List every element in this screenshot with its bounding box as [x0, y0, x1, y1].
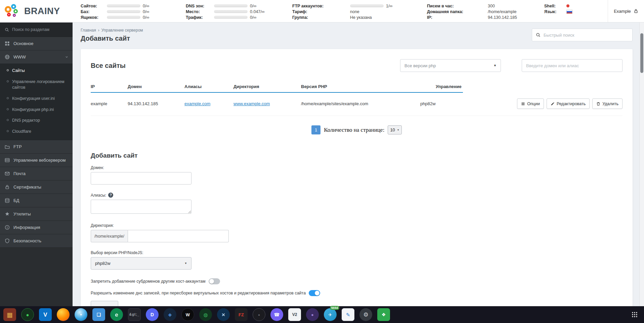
next-field-partial — [91, 301, 118, 306]
brainy-gears-icon — [5, 3, 21, 19]
sidebar-search[interactable] — [0, 23, 73, 37]
ring-app-glyph: ◦ — [258, 312, 260, 317]
subdomains-toggle-row: Запретить добавление субдоменов другим х… — [91, 278, 622, 284]
stats-account-group: Писем в час:300 Домашняя папка:/home/exa… — [427, 3, 517, 20]
col-ip: IP — [91, 84, 128, 89]
quick-search[interactable] — [532, 29, 633, 41]
info-icon — [5, 225, 10, 230]
taskbar-green-planet-app-icon[interactable]: ◍ — [199, 308, 212, 321]
russian-flag-icon[interactable] — [566, 10, 572, 14]
sidebar-search-input[interactable] — [12, 27, 68, 32]
sidebar-item-ftp[interactable]: FTP — [0, 140, 73, 154]
sidebar-item-utilities[interactable]: Утилиты — [0, 207, 73, 221]
brainy-logo[interactable]: BRAINY — [5, 3, 60, 19]
taskbar-green-orb-app-icon[interactable]: ● — [21, 308, 34, 321]
usage-bar — [214, 4, 248, 7]
main-content: Главная › Управление сервером Добавить с… — [73, 23, 639, 306]
alias-link[interactable]: example.com — [184, 101, 233, 106]
directory-link[interactable]: www.example.com — [233, 101, 301, 106]
col-aliases: Алиасы — [184, 84, 233, 89]
sidebar-item-sites[interactable]: Сайты — [0, 65, 73, 76]
taskbar-blue-globe-browser-icon[interactable]: ✦ — [75, 308, 87, 321]
bullet-icon — [7, 80, 9, 82]
add-site-title: Добавить сайт — [91, 152, 622, 159]
php-version-filter-select[interactable]: Все версии php — [400, 59, 501, 72]
star-icon — [5, 211, 10, 216]
stat-label: Ящиков: — [81, 15, 107, 20]
taskbar-purple-orb-app-icon[interactable]: ● — [306, 308, 319, 321]
taskbar-settings-gear-icon[interactable]: ⚙ — [359, 308, 372, 321]
domain-filter-input[interactable] — [522, 59, 622, 72]
edit-button[interactable]: Редактировать — [547, 98, 590, 109]
taskbar-text-editor-icon[interactable]: ✎ — [342, 308, 354, 321]
sites-table-header: IP Домен Алиасы Директория Версия PHP Уп… — [91, 81, 463, 93]
taskbar-v2rayn-icon[interactable]: V2 — [288, 308, 301, 321]
telegram-glyph: ✈ — [329, 313, 332, 317]
green-orb-glyph: ● — [26, 312, 29, 317]
sidebar-item-label: FTP — [13, 144, 22, 149]
php-version-select[interactable]: php82w — [91, 257, 191, 270]
taskbar-filezilla-icon[interactable]: FZ — [235, 308, 248, 321]
breadcrumb-home[interactable]: Главная — [81, 28, 96, 33]
usage-bar — [214, 10, 248, 13]
taskbar-green-e-app-icon[interactable]: e — [110, 308, 123, 321]
sidebar-item-dns-editor[interactable]: DNS редактор — [0, 115, 73, 126]
stat-value: 1/∞ — [386, 4, 392, 8]
sidebar-item-label: Конфигурация php.ini — [12, 107, 54, 113]
stat-label: Трафик: — [186, 15, 214, 20]
terminal-glyph: &gt;_ — [129, 313, 140, 316]
delete-button[interactable]: Удалить — [592, 98, 622, 109]
sidebar-item-databases[interactable]: БД — [0, 194, 73, 207]
sidebar-item-cloudflare[interactable]: Cloudflare — [0, 126, 73, 137]
filezilla-glyph: FZ — [239, 313, 244, 317]
taskbar-telegram-icon[interactable]: ✈ 5034 — [324, 308, 337, 321]
breadcrumb-separator: › — [98, 28, 99, 33]
sidebar-item-main[interactable]: Основное — [0, 37, 73, 50]
taskbar-file-manager-icon[interactable]: ❏ — [92, 308, 105, 321]
sidebar-item-certificates[interactable]: Сертификаты — [0, 180, 73, 194]
scrollbar-track[interactable] — [639, 23, 644, 306]
taskbar-blue-x-app-icon[interactable]: × — [217, 308, 230, 321]
w-app-glyph: W — [186, 313, 190, 317]
subdomains-toggle[interactable] — [209, 278, 220, 284]
col-domain: Домен — [128, 84, 184, 89]
sidebar-item-www[interactable]: WWW — [0, 50, 73, 64]
page-number-1[interactable]: 1 — [311, 125, 320, 134]
aliases-help-icon[interactable]: ? — [108, 193, 113, 198]
stat-label: DNS зон: — [186, 4, 214, 8]
quick-search-input[interactable] — [544, 33, 629, 38]
sidebar-item-label: БД — [13, 198, 19, 203]
domain-input[interactable] — [91, 172, 191, 185]
taskbar-pixel-art-app-icon[interactable]: ▦ — [3, 308, 16, 321]
aliases-textarea[interactable] — [91, 200, 191, 214]
taskbar-terminal-icon[interactable]: &gt;_ — [128, 308, 141, 321]
taskbar-green-plus-app-icon[interactable]: ❖ — [377, 308, 390, 321]
www-submenu: Сайты Управление логированием сайтов Кон… — [0, 64, 73, 140]
viber-glyph: ☎ — [274, 312, 280, 317]
sidebar-item-userini[interactable]: Конфигурация user.ini — [0, 93, 73, 104]
taskbar-black-w-app-icon[interactable]: W — [181, 308, 194, 321]
dns-toggle[interactable] — [309, 290, 320, 296]
sidebar-item-mail[interactable]: Почта — [0, 167, 73, 180]
app-grid-icon[interactable] — [628, 308, 641, 321]
taskbar-firefox-icon[interactable] — [57, 308, 70, 321]
taskbar-viber-icon[interactable]: ☎ — [270, 308, 283, 321]
delete-button-label: Удалить — [602, 102, 618, 106]
taskbar-dark-ring-app-icon[interactable]: ◦ — [253, 308, 265, 321]
user-menu[interactable]: Example — [608, 0, 644, 22]
taskbar-vscode-icon[interactable]: V — [39, 308, 52, 321]
sidebar-item-security[interactable]: Безопасность — [0, 234, 73, 248]
lock-icon — [634, 9, 638, 13]
scrollbar-thumb[interactable] — [640, 33, 643, 73]
options-button[interactable]: Опции — [517, 98, 544, 109]
taskbar-discord-icon[interactable]: D — [146, 308, 159, 321]
sidebar-item-label: Почта — [13, 171, 26, 176]
sidebar-item-information[interactable]: Информация — [0, 221, 73, 234]
sidebar-item-site-logging[interactable]: Управление логированием сайтов — [0, 76, 73, 93]
directory-input[interactable] — [128, 230, 229, 242]
x-app-glyph: × — [222, 312, 225, 318]
sidebar-item-webserver[interactable]: Управление вебсервером — [0, 154, 73, 167]
sidebar-item-phpini[interactable]: Конфигурация php.ini — [0, 104, 73, 115]
taskbar-dark-diamond-app-icon[interactable]: ◆ — [164, 308, 176, 321]
per-page-select[interactable]: 10 — [388, 125, 401, 134]
